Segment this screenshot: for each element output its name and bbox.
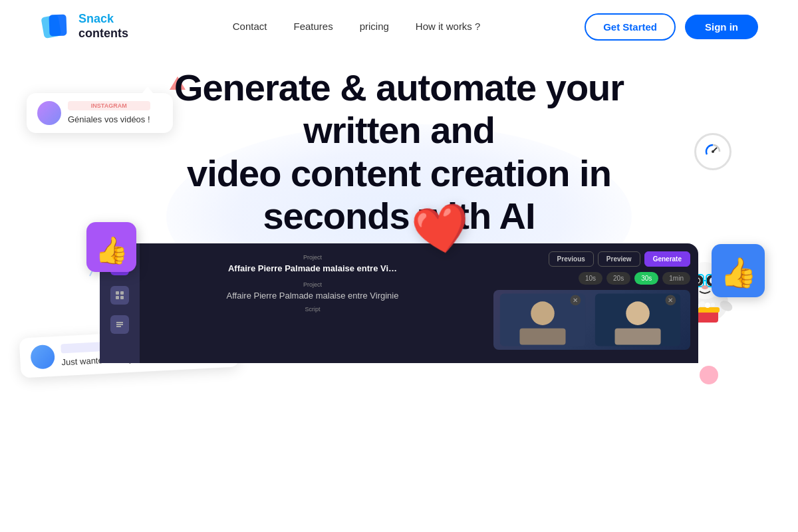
preview-button[interactable]: Preview [598, 251, 640, 267]
app-main-content: Project Affaire Pierre Palmade malaise e… [140, 243, 485, 363]
hero-title: Generate & automate your written and vid… [126, 66, 672, 238]
app-preview: Project Affaire Pierre Palmade malaise e… [100, 243, 698, 363]
svg-text:✕: ✕ [573, 297, 578, 304]
pink-dot-decoration [700, 366, 718, 384]
video-preview-area: ✕ ✕ [493, 290, 690, 350]
nav-how-it-works[interactable]: How it works ? [416, 21, 481, 32]
project-label-2: Project [150, 281, 475, 288]
nav-features[interactable]: Features [293, 21, 332, 32]
like-emoji-right: 👍 [712, 244, 765, 310]
get-started-button[interactable]: Get Started [585, 13, 676, 41]
sign-in-button[interactable]: Sign in [685, 15, 758, 39]
svg-rect-32 [120, 291, 124, 295]
svg-text:✕: ✕ [668, 297, 673, 304]
duration-buttons: 10s 20s 30s 1min [493, 272, 690, 285]
nav-links: Contact Features pricing How it works ? [233, 21, 481, 33]
like-emoji-left: 👍 [86, 222, 136, 283]
app-action-buttons: Previous Preview Generate [493, 251, 690, 267]
navbar: Snack contents Contact Features pricing … [0, 0, 798, 53]
project-title-1: Affaire Pierre Palmade malaise entre Vi… [150, 263, 475, 273]
svg-text:👍: 👍 [95, 234, 128, 266]
video-thumbnail: ✕ ✕ [493, 290, 690, 350]
nav-actions: Get Started Sign in [585, 13, 758, 41]
duration-20s[interactable]: 20s [606, 272, 630, 285]
sidebar-visuals[interactable] [110, 286, 129, 305]
generate-button[interactable]: Generate [644, 251, 690, 267]
nav-pricing[interactable]: pricing [360, 21, 389, 32]
app-right-panel: Previous Preview Generate 10s 20s 30s 1m… [485, 243, 698, 363]
svg-point-44 [626, 301, 650, 325]
previous-button[interactable]: Previous [549, 251, 594, 267]
script-label: Script [150, 306, 475, 313]
nav-contact[interactable]: Contact [233, 21, 267, 32]
svg-rect-33 [116, 296, 119, 299]
sidebar-elements[interactable] [110, 315, 129, 334]
svg-text:👍: 👍 [720, 255, 757, 290]
svg-point-39 [531, 301, 555, 325]
logo-text: Snack contents [78, 12, 128, 41]
duration-1min[interactable]: 1min [662, 272, 690, 285]
svg-rect-1 [49, 15, 66, 37]
duration-30s[interactable]: 30s [634, 272, 658, 285]
svg-rect-34 [120, 296, 124, 299]
svg-rect-45 [615, 329, 661, 345]
svg-rect-31 [116, 291, 119, 295]
hero-section: INSTAGRAM Géniales vos vidéos ! MESSENGE… [0, 53, 798, 363]
logo[interactable]: Snack contents [40, 11, 128, 43]
svg-rect-40 [519, 329, 565, 345]
project-title-2: Affaire Pierre Palmade malaise entre Vir… [150, 291, 475, 301]
duration-10s[interactable]: 10s [579, 272, 602, 285]
heart-emoji: ❤️ [408, 198, 475, 261]
